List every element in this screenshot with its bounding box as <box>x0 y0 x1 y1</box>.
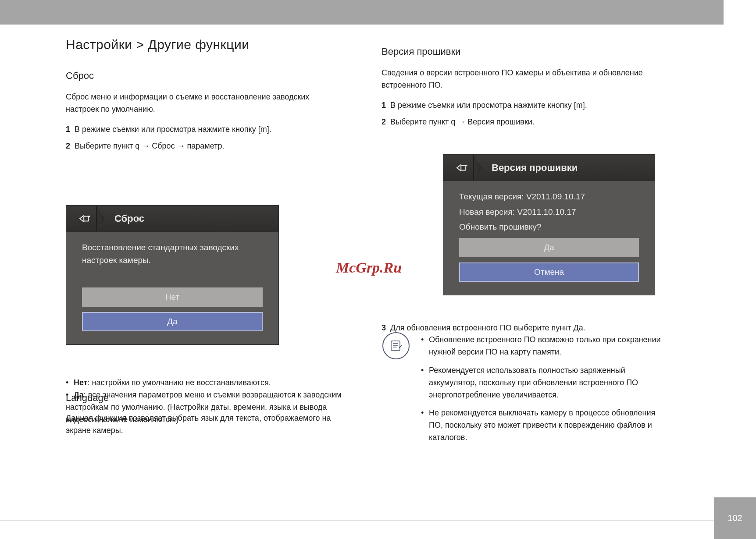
no-button[interactable]: Нет <box>82 287 263 307</box>
breadcrumb-chapter: Настройки <box>66 37 132 52</box>
section-firmware: Версия прошивки Сведения о версии встрое… <box>382 46 671 133</box>
firmware-step3: Для обновления встроенного ПО выберите п… <box>390 323 585 332</box>
breadcrumb-title: Другие функции <box>148 37 249 52</box>
svg-rect-0 <box>84 216 89 221</box>
yes-button[interactable]: Да <box>82 312 263 331</box>
section-reset: Сброс Сброс меню и информации о съемке и… <box>66 70 364 157</box>
watermark: McGrp.Ru <box>336 259 402 276</box>
fw-current-value: V2011.09.10.17 <box>526 192 585 201</box>
dialog-reset-header: Сброс <box>66 206 278 232</box>
cancel-button[interactable]: Отмена <box>459 262 639 282</box>
reset-intro: Сброс меню и информации о съемке и восст… <box>66 91 311 116</box>
note-icon <box>382 332 410 359</box>
note-icon-wrap <box>382 332 410 359</box>
dialog-firmware-title: Версия прошивки <box>474 162 578 174</box>
back-icon[interactable] <box>449 155 474 181</box>
firmware-step2: Выберите пункт q → Версия прошивки. <box>390 117 535 126</box>
fw-current-label: Текущая версия: <box>459 192 524 201</box>
heading-reset: Сброс <box>66 70 364 82</box>
top-bar <box>0 0 724 25</box>
firmware-intro: Сведения о версии встроенного ПО камеры … <box>382 67 662 92</box>
heading-firmware: Версия прошивки <box>382 46 671 57</box>
reset-opt-no-desc: : настройки по умолчанию не восстанавлив… <box>88 378 271 387</box>
fw-prompt: Обновить прошивку? <box>459 221 639 234</box>
reset-step2-choice: q → Сброс → параметр. <box>135 142 224 150</box>
firmware-step1: В режиме съемки или просмотра нажмите кн… <box>390 101 587 110</box>
dialog-firmware-header: Версия прошивки <box>443 155 655 181</box>
footer-line <box>0 521 756 521</box>
yes-button[interactable]: Да <box>459 238 639 257</box>
svg-point-1 <box>89 216 90 217</box>
breadcrumb-separator: > <box>136 37 148 52</box>
fw-new-label: Новая версия: <box>459 207 515 216</box>
svg-point-3 <box>466 165 467 167</box>
reset-opt-no-label: Нет <box>74 378 88 387</box>
section-language: Language Данная функция позволяет выбрат… <box>66 392 355 437</box>
reset-step2-prefix: Выберите пункт <box>75 142 133 150</box>
fw-note-2: Рекомендуется использовать полностью зар… <box>429 365 667 401</box>
chevron-divider-icon <box>473 155 486 181</box>
fw-note-1: Обновление встроенного ПО возможно тольк… <box>429 334 667 358</box>
fw-new-value: V2011.10.10.17 <box>517 207 576 216</box>
page-number: 102 <box>714 497 756 539</box>
reset-step1: В режиме съемки или просмотра нажмите кн… <box>75 125 271 134</box>
dialog-firmware: Версия прошивки Текущая версия: V2011.09… <box>443 154 655 295</box>
svg-rect-2 <box>461 166 466 170</box>
dialog-reset-message: Восстановление стандартных заводских нас… <box>82 241 263 266</box>
back-icon[interactable] <box>72 206 97 232</box>
dialog-reset: Сброс Восстановление стандартных заводск… <box>66 205 279 345</box>
chevron-divider-icon <box>96 206 109 232</box>
language-body: Данная функция позволяет выбрать язык дл… <box>66 412 355 437</box>
fw-note-3: Не рекомендуется выключать камеру в проц… <box>429 407 667 444</box>
firmware-notes: •Обновление встроенного ПО возможно толь… <box>421 334 667 450</box>
heading-language: Language <box>66 392 355 404</box>
